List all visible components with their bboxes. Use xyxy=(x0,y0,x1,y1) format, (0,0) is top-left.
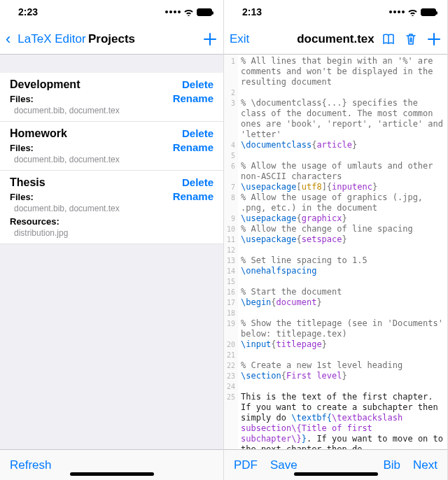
add-button[interactable] xyxy=(202,31,218,47)
trash-icon[interactable] xyxy=(404,32,418,46)
battery-icon xyxy=(421,8,436,16)
project-name: Thesis xyxy=(10,176,46,189)
next-button[interactable]: Next xyxy=(413,458,438,472)
wifi-icon xyxy=(183,8,194,16)
code-editor[interactable]: 1234567891011121314151617181920212223242… xyxy=(224,55,447,449)
project-item[interactable]: HomeworkDeleteFiles:Renamedocument.bib, … xyxy=(0,122,223,171)
save-button[interactable]: Save xyxy=(270,458,298,472)
editor-screen: 2:13 Exit document.tex xyxy=(224,0,448,480)
refresh-button[interactable]: Refresh xyxy=(10,458,52,472)
delete-button[interactable]: Delete xyxy=(182,127,214,139)
status-icons xyxy=(389,8,436,16)
rename-button[interactable]: Rename xyxy=(173,141,214,153)
files-label: Files: xyxy=(10,192,34,202)
chevron-left-icon: ‹ xyxy=(6,31,10,47)
add-button[interactable] xyxy=(426,31,442,47)
files-value: document.bib, document.tex xyxy=(10,204,214,213)
code-content[interactable]: % All lines that begin with an '%' are c… xyxy=(238,55,447,449)
delete-button[interactable]: Delete xyxy=(182,176,214,188)
back-label: LaTeX Editor xyxy=(18,32,85,46)
status-time: 2:13 xyxy=(242,6,262,17)
signal-icon xyxy=(389,10,405,13)
exit-button[interactable]: Exit xyxy=(230,32,249,46)
files-label: Files: xyxy=(10,143,34,153)
projects-screen: 2:23 ‹ LaTeX Editor Projects Development… xyxy=(0,0,224,480)
project-name: Development xyxy=(10,78,80,91)
resources-label: Resources: xyxy=(10,216,214,227)
rename-button[interactable]: Rename xyxy=(173,190,214,202)
home-indicator xyxy=(70,472,154,476)
files-value: document.bib, document.tex xyxy=(10,106,214,115)
files-label: Files: xyxy=(10,94,34,104)
status-icons xyxy=(165,8,212,16)
status-time: 2:23 xyxy=(18,6,38,17)
battery-icon xyxy=(197,8,212,16)
home-indicator xyxy=(294,472,378,476)
resources-value: distribution.jpg xyxy=(10,228,214,238)
bib-button[interactable]: Bib xyxy=(383,458,400,472)
files-value: document.bib, document.tex xyxy=(10,155,214,164)
back-button[interactable]: ‹ LaTeX Editor xyxy=(6,31,86,47)
project-name: Homework xyxy=(10,127,67,140)
signal-icon xyxy=(165,10,181,13)
pdf-button[interactable]: PDF xyxy=(234,458,258,472)
status-bar: 2:23 xyxy=(0,0,223,24)
projects-list-area: DevelopmentDeleteFiles:Renamedocument.bi… xyxy=(0,55,223,449)
book-icon[interactable] xyxy=(382,32,396,46)
delete-button[interactable]: Delete xyxy=(182,78,214,90)
wifi-icon xyxy=(407,8,418,16)
nav-bar: Exit document.tex xyxy=(224,24,447,55)
line-gutter: 1234567891011121314151617181920212223242… xyxy=(224,55,238,449)
project-item[interactable]: DevelopmentDeleteFiles:Renamedocument.bi… xyxy=(0,73,223,122)
project-item[interactable]: ThesisDeleteFiles:Renamedocument.bib, do… xyxy=(0,171,223,244)
status-bar: 2:13 xyxy=(224,0,447,24)
nav-bar: ‹ LaTeX Editor Projects xyxy=(0,24,223,55)
rename-button[interactable]: Rename xyxy=(173,92,214,104)
